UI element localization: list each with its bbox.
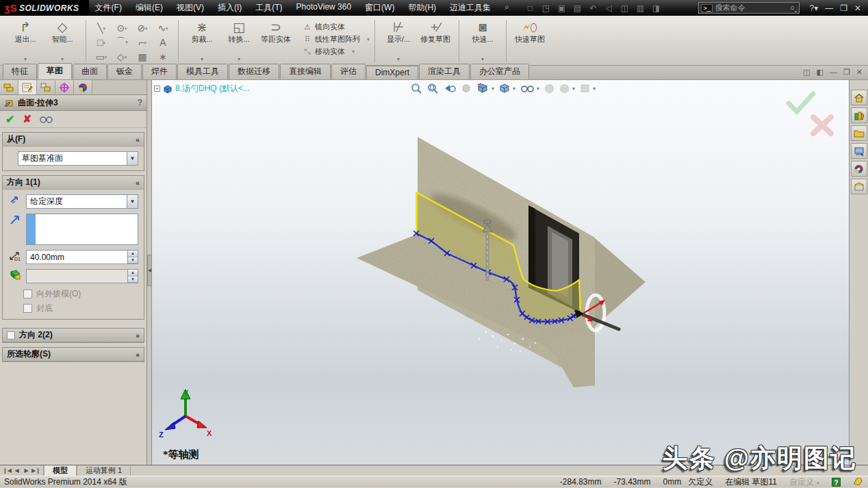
trim-entities-button[interactable]: ⋇ 剪裁... ▾ [183, 18, 220, 64]
slot-tool-icon[interactable]: ▭▾ [91, 51, 112, 62]
tab-sketch[interactable]: 草图 [38, 63, 72, 79]
section-direction2-header[interactable]: 方向 2(2) » [3, 329, 144, 342]
checkbox[interactable] [23, 304, 32, 313]
previous-view-icon[interactable] [444, 83, 456, 94]
tab-sheet-metal[interactable]: 钣金 [107, 64, 142, 79]
confirm-cancel-icon[interactable] [813, 117, 831, 133]
tab-configuration-manager[interactable] [37, 80, 55, 94]
tab-feature-manager[interactable] [0, 80, 18, 94]
cap-end-option[interactable]: 封底 [23, 303, 138, 314]
smart-dimension-button[interactable]: ◇ 智能... ▾ [44, 18, 81, 64]
doc-minimize-button[interactable]: — [830, 68, 837, 77]
resources-home-icon[interactable] [851, 90, 867, 105]
tab-display-manager[interactable] [74, 80, 92, 94]
line-tool-icon[interactable]: ╲▾ [91, 23, 112, 34]
depth-input[interactable]: 40.00mm ▲▼ [26, 250, 138, 264]
minimize-button[interactable]: — [825, 3, 833, 13]
menu-view[interactable]: 视图(V) [170, 1, 210, 15]
graphics-viewport[interactable]: + 8.汤勺DHQ (默认<... ▾ ▾ ▾ ▾ ▾ [152, 80, 849, 465]
doc-restore-button[interactable]: ❐ [843, 68, 850, 77]
file-explorer-icon[interactable] [851, 125, 867, 141]
viewport-3d-scene[interactable] [152, 80, 849, 465]
help-icon[interactable]: ? [138, 98, 142, 107]
appearances-scenes-icon[interactable] [851, 161, 867, 177]
fillet-tool-icon[interactable]: ⌐▾ [132, 37, 153, 48]
prev-tab-icon[interactable]: ◀ [12, 467, 21, 474]
menu-help[interactable]: 帮助(H) [402, 1, 442, 15]
help-icon[interactable]: ?▾ [809, 3, 818, 13]
reverse-direction-icon[interactable] [8, 194, 22, 207]
tab-evaluate[interactable]: 评估 [331, 64, 366, 79]
section-direction1-header[interactable]: 方向 1(1) « [3, 176, 144, 190]
rapid-sketch-button[interactable]: 🗲⬯ 快速草图 [511, 18, 548, 64]
tab-surfaces[interactable]: 曲面 [73, 64, 107, 79]
ok-button[interactable]: ✔ [5, 113, 14, 126]
mirror-entities-button[interactable]: ⚠镜向实体 [303, 22, 370, 32]
view-palette-icon[interactable] [851, 143, 867, 159]
display-relations-button[interactable]: ⊬ 显示/... ▾ [380, 18, 417, 64]
options-icon[interactable]: ▥ [635, 3, 646, 13]
chevron-down-icon[interactable]: ▾ [572, 86, 575, 92]
repair-sketch-button[interactable]: +⁄ 修复草图 [417, 18, 454, 64]
design-library-icon[interactable] [851, 107, 867, 123]
edit-appearance-icon[interactable] [544, 84, 554, 94]
tab-motion-study[interactable]: 运动算例 1 [77, 465, 131, 476]
print-icon[interactable]: ▤ [572, 3, 583, 13]
linear-pattern-button[interactable]: ⠿线性草图阵列▾ [303, 34, 370, 44]
quick-snaps-button[interactable]: ◙ 快速... ▾ [464, 18, 501, 64]
sheet-icon[interactable]: ◨ [651, 3, 661, 13]
exit-sketch-button[interactable]: ↱ 退出... ▾ [7, 18, 44, 64]
spin-up-icon[interactable]: ▲ [128, 251, 138, 257]
tab-features[interactable]: 特征 [3, 64, 37, 79]
tab-property-manager[interactable] [18, 80, 37, 94]
expand-icon[interactable]: » [136, 331, 140, 339]
cancel-button[interactable]: ✘ [23, 113, 31, 125]
tab-data-migration[interactable]: 数据迁移 [229, 64, 279, 79]
collapse-icon[interactable]: « [136, 179, 140, 187]
hide-show-items-icon[interactable] [520, 84, 534, 93]
panel-splitter[interactable]: ◀ [147, 80, 152, 465]
offset-entities-button[interactable]: ⊃ 等距实体 [257, 18, 294, 64]
restore-button[interactable]: ❐ [840, 3, 847, 13]
tab-weldments[interactable]: 焊件 [142, 64, 177, 79]
next-tab-icon[interactable]: ▶ [22, 467, 31, 474]
doc-close-button[interactable]: ✕ [856, 68, 863, 77]
direction-reference-listbox[interactable] [26, 214, 138, 245]
tab-render-tools[interactable]: 渲染工具 [419, 64, 470, 79]
pin-menu-icon[interactable]: ⌕ [498, 1, 515, 15]
menu-edit[interactable]: 编辑(E) [129, 1, 169, 15]
end-condition-dropdown[interactable]: 给定深度 ▼ [26, 194, 138, 209]
zoom-area-icon[interactable] [427, 83, 439, 94]
undo-icon[interactable]: ↶ [588, 3, 598, 13]
direction2-checkbox[interactable] [7, 331, 15, 339]
expand-icon[interactable]: » [136, 350, 140, 359]
tab-mold-tools[interactable]: 模具工具 [177, 64, 228, 79]
open-file-icon[interactable]: ◳ [541, 3, 551, 13]
display-style-icon[interactable] [499, 83, 510, 94]
custom-properties-icon[interactable] [851, 179, 867, 194]
tab-dimxpert[interactable]: DimXpert [366, 66, 418, 79]
last-tab-icon[interactable]: ▶❙ [31, 467, 40, 474]
attach-icon[interactable]: ◫ [620, 3, 630, 13]
polygon-tool-icon[interactable]: ◇▾ [112, 51, 132, 62]
pane-icon[interactable]: ◫ [803, 68, 810, 77]
tab-model[interactable]: 模型 [44, 465, 77, 476]
move-entities-button[interactable]: ⤡移动实体▾ [303, 47, 370, 57]
search-icon[interactable]: ○‸ [790, 3, 797, 12]
arc-tool-icon[interactable]: ⌒▾ [112, 36, 132, 49]
chevron-down-icon[interactable]: ▾ [492, 86, 494, 92]
pane-icon[interactable]: ◧ [817, 68, 824, 77]
point-tool-icon[interactable]: ∗ [153, 51, 173, 62]
checkbox[interactable] [23, 290, 32, 298]
view-orientation-icon[interactable] [476, 83, 489, 94]
tab-dimxpert-manager[interactable] [55, 80, 74, 94]
pattern-tool-icon[interactable]: ▦ [132, 51, 153, 62]
tag-icon[interactable] [853, 478, 863, 486]
expand-tree-icon[interactable]: + [154, 86, 160, 92]
select-icon[interactable]: ◁ [604, 3, 614, 13]
section-from-header[interactable]: 从(F) « [3, 133, 144, 146]
chevron-down-icon[interactable]: ▾ [513, 86, 515, 92]
zoom-fit-icon[interactable] [411, 83, 422, 94]
first-tab-icon[interactable]: ❙◀ [3, 467, 12, 474]
preview-glasses-icon[interactable] [40, 115, 53, 123]
